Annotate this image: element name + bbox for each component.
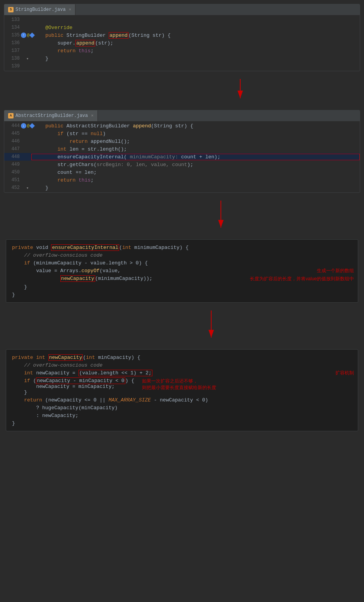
- code-line-447: 447 int len = str.length();: [4, 145, 360, 153]
- tab-icon-1: S: [8, 7, 14, 12]
- line-code-p4-assign: newCapacity = minCapacity;: [10, 384, 114, 389]
- code-line-139: 139: [4, 62, 360, 70]
- line-code-p4-ternary2: : newCapacity;: [10, 413, 354, 418]
- line-code-p4-comment: // overflow-conscious code: [10, 362, 354, 368]
- line-code-p4-return: return (newCapacity <= 0 || MAX_ARRAY_SI…: [10, 397, 354, 403]
- panel-2: A AbstractStringBuilder.java × 444 ↓ @ p…: [4, 110, 360, 193]
- code-line-p3-close1: }: [6, 283, 358, 291]
- arrow-svg-2: [209, 201, 232, 232]
- line-code-p4-close-if: }: [10, 389, 27, 395]
- line-code-137: return this;: [31, 48, 360, 54]
- code-line-445: 445 if (str == null): [4, 130, 360, 137]
- code-line-p4-ternary1: ? hugeCapacity(minCapacity): [6, 404, 358, 412]
- note-newcap: 长度为扩容后的长度，并将value的值放到新数组中: [250, 276, 354, 282]
- line-num-450: 450: [4, 170, 24, 175]
- arrow-svg-3: [200, 310, 223, 341]
- tab-stringbuilder[interactable]: S StringBuilder.java ×: [4, 4, 75, 15]
- tab-bar-1: S StringBuilder.java ×: [4, 4, 360, 15]
- line-code-444: public AbstractStringBuilder append(Stri…: [31, 123, 360, 129]
- arrow-3-container: [4, 310, 360, 341]
- line-code-449: str.getChars(srcBegin: 0, len, value, co…: [31, 162, 360, 168]
- arrow-2-container: [4, 201, 360, 232]
- fold-icon-452[interactable]: ▾: [26, 185, 29, 190]
- line-num-133: 133: [4, 17, 24, 22]
- code-line-p4-if-content: if (newCapacity - minCapacity < 0) { new…: [10, 378, 134, 395]
- code-line-p3-copyof: value = Arrays.copyOf(value, 生成一个新的数组: [6, 267, 358, 275]
- line-code-p4-newcap: int newCapacity = (value.length << 1) + …: [10, 370, 328, 376]
- line-num-447: 447: [4, 146, 24, 152]
- code-line-p4-newcap: int newCapacity = (value.length << 1) + …: [6, 369, 358, 377]
- fold-icon-138[interactable]: ▾: [26, 56, 29, 61]
- code-line-448: 448 ensureCapacityInternal( minimumCapac…: [4, 153, 360, 161]
- line-num-138: 138: [4, 56, 24, 61]
- note-p4-if-block: 如果一次扩容之后还不够， 则把最小需要长度直接赋给新的长度: [142, 378, 216, 391]
- tab-abstractstringbuilder[interactable]: A AbstractStringBuilder.java ×: [4, 110, 98, 121]
- arrow-svg-1: [229, 79, 252, 102]
- arrow-1-container: [4, 79, 360, 102]
- line-code-446: return appendNull();: [31, 139, 360, 144]
- line-code-p3-if: if (minimumCapacity - value.length > 0) …: [10, 260, 354, 266]
- line-num-448: 448: [4, 154, 24, 160]
- line-code-450: count += len;: [31, 170, 360, 175]
- line-num-139: 139: [4, 63, 24, 69]
- line-code-p4-if: if (newCapacity - minCapacity < 0) {: [10, 378, 134, 384]
- page-container: S StringBuilder.java × 133 134 @Override…: [0, 0, 364, 435]
- code-line-450: 450 count += len;: [4, 168, 360, 176]
- code-line-p4-1: private int newCapacity(int minCapacity)…: [6, 353, 358, 361]
- code-line-452: 452 ▾ }: [4, 184, 360, 192]
- code-line-p3-newcap: newCapacity(minimumCapacity)); 长度为扩容后的长度…: [6, 275, 358, 283]
- gutter-452: ▾: [24, 185, 31, 190]
- line-code-p3-close2: }: [10, 292, 354, 298]
- tab-icon-2: A: [8, 113, 14, 118]
- code-line-137: 137 return this;: [4, 47, 360, 55]
- line-num-449: 449: [4, 162, 24, 167]
- tab-close-2[interactable]: ×: [91, 113, 94, 118]
- code-content-3: private void ensureCapacityInternal(int …: [6, 243, 358, 299]
- line-num-134: 134: [4, 25, 24, 30]
- override-up-icon: ↑: [21, 33, 26, 38]
- code-line-p3-close2: }: [6, 291, 358, 298]
- line-num-445: 445: [4, 131, 24, 136]
- code-line-138: 138 ▾ }: [4, 55, 360, 62]
- line-num-137: 137: [4, 48, 24, 53]
- gutter-135: ↑ @: [24, 33, 31, 38]
- code-line-444: 444 ↓ @ public AbstractStringBuilder app…: [4, 122, 360, 130]
- tab-label-2: AbstractStringBuilder.java: [15, 113, 88, 118]
- panel-1: S StringBuilder.java × 133 134 @Override…: [4, 4, 360, 71]
- code-content-1: 133 134 @Override 135 ↑ @: [4, 15, 360, 71]
- code-line-p4-close: }: [6, 419, 358, 427]
- tab-bar-2: A AbstractStringBuilder.java ×: [4, 110, 360, 121]
- impl-down-icon: ↓: [21, 123, 26, 129]
- line-code-p4-ternary1: ? hugeCapacity(minCapacity): [10, 405, 354, 411]
- line-code-p3-1: private void ensureCapacityInternal(int …: [10, 245, 354, 250]
- line-code-p3-newcap: newCapacity(minimumCapacity));: [10, 276, 242, 281]
- code-line-p4-if: if (newCapacity - minCapacity < 0) { new…: [6, 377, 358, 396]
- gutter-icons-444: ↓ @: [21, 123, 34, 129]
- line-code-p3-close1: }: [10, 284, 354, 290]
- line-code-452: }: [31, 185, 360, 191]
- line-code-451: return this;: [31, 177, 360, 183]
- code-line-p4-return: return (newCapacity <= 0 || MAX_ARRAY_SI…: [6, 396, 358, 404]
- line-code-134: @Override: [31, 25, 360, 31]
- gutter-444: ↓ @: [24, 123, 31, 129]
- code-line-p3-comment: // overflow-conscious code: [6, 251, 358, 259]
- code-content-4: private int newCapacity(int minCapacity)…: [6, 353, 358, 428]
- gutter-138: ▾: [24, 56, 31, 61]
- line-num-446: 446: [4, 139, 24, 144]
- line-code-p3-copyof: value = Arrays.copyOf(value,: [10, 268, 313, 274]
- code-line-136: 136 super.append(str);: [4, 39, 360, 47]
- line-code-447: int len = str.length();: [31, 146, 360, 152]
- line-code-p3-comment: // overflow-conscious code: [10, 252, 354, 258]
- code-line-451: 451 return this;: [4, 176, 360, 184]
- code-line-449: 449 str.getChars(srcBegin: 0, len, value…: [4, 161, 360, 168]
- code-line-p3-1: private void ensureCapacityInternal(int …: [6, 244, 358, 251]
- code-line-p4-ternary2: : newCapacity;: [6, 412, 358, 419]
- line-num-136: 136: [4, 40, 24, 46]
- line-code-138: }: [31, 56, 360, 62]
- note-p4-if-1: 如果一次扩容之后还不够，: [142, 378, 216, 384]
- line-code-445: if (str == null): [31, 131, 360, 137]
- gutter-icons-135: ↑ @: [21, 33, 34, 38]
- tab-close-1[interactable]: ×: [69, 7, 72, 12]
- code-line-p3-if: if (minimumCapacity - value.length > 0) …: [6, 259, 358, 267]
- line-code-136: super.append(str);: [31, 40, 360, 46]
